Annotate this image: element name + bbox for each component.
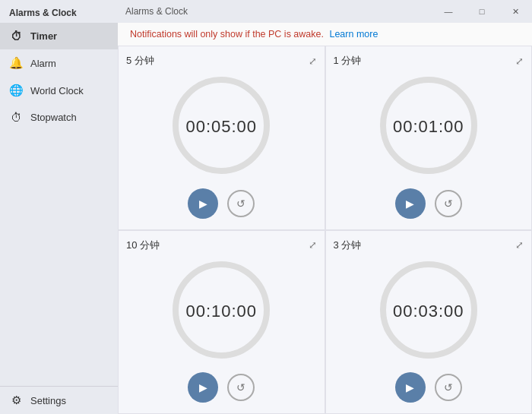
notification-text: Notifications will only show if the PC i…: [130, 29, 324, 40]
timer-expand-icon-2[interactable]: ⤢: [515, 55, 524, 67]
maximize-button[interactable]: □: [465, 0, 499, 23]
timer-controls-2: ▶ ↺: [395, 188, 462, 219]
sidebar-item-label-settings: Settings: [30, 395, 66, 406]
timer-card-2: 1 分钟 ⤢ 00:01:00 ▶ ↺: [325, 46, 533, 230]
timer-time-2: 00:01:00: [393, 117, 464, 137]
timer-card-header-4: 3 分钟 ⤢: [334, 239, 524, 252]
timer-controls-1: ▶ ↺: [188, 188, 255, 219]
timer-circle-3: 00:10:00: [168, 257, 274, 367]
timer-controls-4: ▶ ↺: [395, 372, 462, 403]
timer-time-4: 00:03:00: [393, 302, 464, 321]
timer-circle-2: 00:01:00: [375, 72, 482, 182]
timer-card-3: 10 分钟 ⤢ 00:10:00 ▶ ↺: [118, 230, 325, 415]
close-button[interactable]: ✕: [499, 0, 532, 23]
timer-play-button-3[interactable]: ▶: [188, 372, 218, 403]
timer-circle-4: 00:03:00: [375, 257, 482, 367]
timer-card-header-2: 1 分钟 ⤢: [334, 54, 524, 68]
timer-time-3: 00:10:00: [185, 302, 257, 321]
sidebar-item-alarm[interactable]: 🔔 Alarm: [0, 49, 118, 77]
timer-card-4: 3 分钟 ⤢ 00:03:00 ▶ ↺: [325, 230, 533, 415]
timer-card-header-3: 10 分钟 ⤢: [126, 239, 317, 252]
titlebar-label: Alarms & Clock: [125, 6, 188, 17]
timer-controls-3: ▶ ↺: [188, 372, 255, 403]
timer-label-4: 3 分钟: [334, 239, 362, 252]
timer-icon: ⏱: [9, 30, 23, 43]
timer-circle-1: 00:05:00: [168, 72, 274, 182]
sidebar-bottom: ⚙ Settings: [0, 386, 118, 414]
sidebar-item-label-timer: Timer: [30, 30, 57, 42]
sidebar-item-label-stopwatch: Stopwatch: [30, 112, 77, 123]
settings-icon: ⚙: [9, 393, 23, 407]
timer-card-header-1: 5 分钟 ⤢: [126, 54, 317, 68]
timer-label-1: 5 分钟: [126, 54, 154, 68]
app-title: Alarms & Clock: [0, 0, 118, 23]
sidebar: Alarms & Clock ⏱ Timer 🔔 Alarm 🌐 World C…: [0, 0, 118, 414]
sidebar-item-worldclock[interactable]: 🌐 World Clock: [0, 77, 118, 104]
worldclock-icon: 🌐: [9, 84, 23, 97]
notification-bar: Notifications will only show if the PC i…: [118, 23, 532, 46]
minimize-button[interactable]: —: [432, 0, 465, 23]
timer-play-button-1[interactable]: ▶: [188, 188, 218, 219]
timer-reset-button-1[interactable]: ↺: [227, 190, 255, 217]
timer-play-button-4[interactable]: ▶: [395, 372, 426, 403]
timer-play-button-2[interactable]: ▶: [395, 188, 426, 219]
titlebar: Alarms & Clock — □ ✕: [118, 0, 532, 23]
timer-card-1: 5 分钟 ⤢ 00:05:00 ▶ ↺: [118, 46, 325, 230]
sidebar-item-label-alarm: Alarm: [30, 58, 56, 69]
timer-expand-icon-1[interactable]: ⤢: [309, 55, 317, 67]
sidebar-item-label-worldclock: World Clock: [30, 85, 84, 96]
stopwatch-icon: ⏱: [9, 111, 23, 124]
alarm-icon: 🔔: [9, 56, 23, 70]
timer-label-2: 1 分钟: [334, 54, 362, 68]
window-controls: — □ ✕: [432, 0, 532, 23]
timer-expand-icon-3[interactable]: ⤢: [309, 239, 317, 251]
timer-label-3: 10 分钟: [126, 239, 160, 252]
sidebar-item-settings[interactable]: ⚙ Settings: [0, 387, 118, 414]
timer-time-1: 00:05:00: [185, 117, 257, 137]
timer-reset-button-3[interactable]: ↺: [227, 374, 255, 401]
timer-reset-button-2[interactable]: ↺: [435, 190, 462, 217]
sidebar-item-timer[interactable]: ⏱ Timer: [0, 23, 118, 49]
timer-reset-button-4[interactable]: ↺: [435, 374, 462, 401]
sidebar-item-stopwatch[interactable]: ⏱ Stopwatch: [0, 104, 118, 131]
timer-expand-icon-4[interactable]: ⤢: [515, 239, 524, 251]
main-panel: Alarms & Clock — □ ✕ Notifications will …: [118, 0, 532, 414]
learn-more-link[interactable]: Learn more: [329, 29, 378, 40]
timer-grid: 5 分钟 ⤢ 00:05:00 ▶ ↺ 1 分钟 ⤢: [118, 46, 532, 414]
